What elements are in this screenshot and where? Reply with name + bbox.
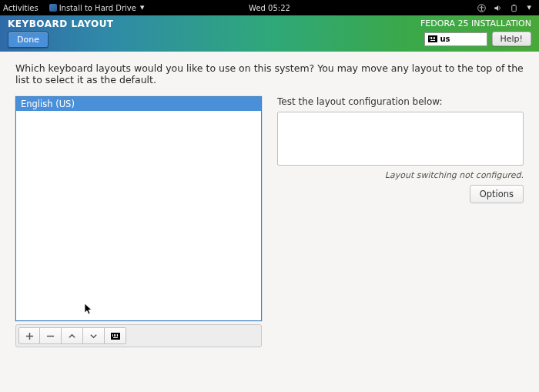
switch-note: Layout switching not configured. <box>277 170 524 180</box>
product-label: FEDORA 25 INSTALLATION <box>420 18 531 28</box>
keyboard-layout-list[interactable]: English (US) <box>15 96 262 321</box>
test-input[interactable] <box>277 112 524 166</box>
keyboard-locale-indicator[interactable]: us <box>424 32 487 46</box>
clock[interactable]: Wed 05:22 <box>249 4 290 12</box>
installer-header: KEYBOARD LAYOUT Done FEDORA 25 INSTALLAT… <box>0 15 539 52</box>
volume-icon[interactable] <box>494 4 502 12</box>
layout-toolbar <box>15 324 262 347</box>
app-icon <box>49 4 57 12</box>
page-title: KEYBOARD LAYOUT <box>8 18 114 29</box>
add-layout-button[interactable] <box>18 327 40 344</box>
content-area: Which keyboard layouts would you like to… <box>0 52 539 358</box>
options-button[interactable]: Options <box>470 185 524 203</box>
svg-rect-2 <box>511 5 516 12</box>
activities-button[interactable]: Activities <box>3 4 38 12</box>
keyboard-icon <box>428 35 437 42</box>
done-button[interactable]: Done <box>8 32 49 48</box>
locale-code: us <box>440 35 450 43</box>
remove-layout-button[interactable] <box>40 327 62 344</box>
app-menu-label: Install to Hard Drive <box>59 4 136 12</box>
minus-icon <box>46 332 55 340</box>
preview-layout-button[interactable] <box>105 327 126 344</box>
svg-rect-3 <box>513 5 514 5</box>
list-item[interactable]: English (US) <box>16 97 261 111</box>
chevron-down-icon <box>89 332 98 340</box>
power-icon[interactable] <box>510 4 518 12</box>
gnome-top-bar: Activities Install to Hard Drive ▼ Wed 0… <box>0 0 539 15</box>
chevron-up-icon <box>68 332 76 340</box>
svg-point-1 <box>480 5 482 7</box>
plus-icon <box>25 332 34 340</box>
move-down-button[interactable] <box>83 327 105 344</box>
instructions-text: Which keyboard layouts would you like to… <box>15 62 524 85</box>
move-up-button[interactable] <box>62 327 83 344</box>
test-label: Test the layout configuration below: <box>277 96 524 107</box>
app-menu[interactable]: Install to Hard Drive ▼ <box>49 4 145 12</box>
accessibility-icon[interactable] <box>477 4 486 12</box>
chevron-down-icon: ▼ <box>140 5 144 11</box>
help-button[interactable]: Help! <box>492 32 532 46</box>
system-menu-chevron-icon[interactable]: ▼ <box>527 5 531 11</box>
keyboard-icon <box>111 333 120 340</box>
